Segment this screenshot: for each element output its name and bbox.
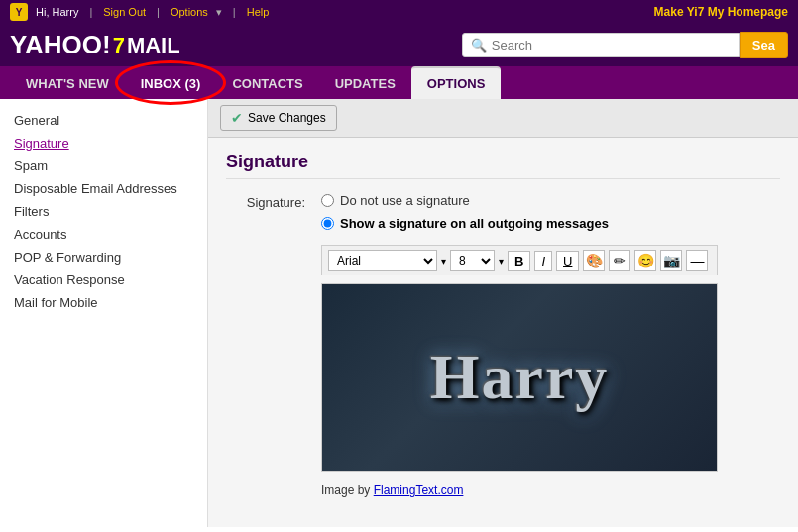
- search-bar: 🔍 Sea: [462, 32, 788, 58]
- section-title: Signature: [226, 152, 780, 179]
- content-body: Signature Signature: Do not use a signat…: [208, 138, 798, 519]
- nav-tabs: WHAT'S NEW INBOX (3) CONTACTS UPDATES OP…: [0, 66, 798, 99]
- search-input[interactable]: [492, 38, 720, 53]
- content-area: ✔ Save Changes Signature Signature: Do n…: [208, 99, 798, 527]
- sidebar-item-general[interactable]: General: [0, 109, 207, 132]
- help-link[interactable]: Help: [247, 6, 270, 18]
- size-dropdown-icon: ▾: [499, 256, 504, 266]
- harry-text: Harry: [430, 341, 610, 414]
- italic-button[interactable]: I: [534, 251, 552, 271]
- sidebar-item-filters[interactable]: Filters: [0, 200, 207, 223]
- separator1: |: [89, 6, 92, 18]
- signout-link[interactable]: Sign Out: [103, 6, 146, 18]
- editor-toolbar: Arial ▾ 8 ▾ B I U 🎨 ✏ 😊 📷: [321, 245, 718, 275]
- make-homepage[interactable]: Make Yi7 My Homepage: [654, 5, 788, 19]
- bold-button[interactable]: B: [508, 251, 530, 271]
- tab-contacts[interactable]: CONTACTS: [216, 68, 318, 99]
- tab-updates[interactable]: UPDATES: [319, 68, 411, 99]
- sidebar-item-spam[interactable]: Spam: [0, 155, 207, 177]
- options-link[interactable]: Options: [171, 6, 208, 18]
- greeting: Hi, Harry: [36, 6, 78, 18]
- options-chevron: ▾: [216, 6, 222, 19]
- top-bar: Y Hi, Harry | Sign Out | Options ▾ | Hel…: [0, 0, 798, 24]
- save-changes-button[interactable]: ✔ Save Changes: [220, 105, 337, 131]
- lightning-icon: 7: [113, 33, 125, 58]
- separator2: |: [157, 6, 160, 18]
- sidebar-item-mobile[interactable]: Mail for Mobile: [0, 291, 207, 314]
- sig-show-label: Show a signature on all outgoing message…: [340, 216, 609, 231]
- harry-image: Harry: [322, 284, 717, 471]
- inbox-label: INBOX (3): [141, 76, 201, 91]
- save-label: Save Changes: [248, 111, 326, 125]
- hr-icon[interactable]: —: [686, 250, 708, 271]
- flaming-text-link[interactable]: FlamingText.com: [374, 483, 464, 497]
- sig-option-show[interactable]: Show a signature on all outgoing message…: [321, 216, 718, 231]
- sidebar-item-pop[interactable]: POP & Forwarding: [0, 246, 207, 268]
- header: YAHOO! 7 MAIL 🔍 Sea: [0, 24, 798, 66]
- sig-radio-show[interactable]: [321, 217, 334, 230]
- signature-row: Signature: Do not use a signature Show a…: [226, 193, 780, 497]
- yahoo-small-icon: Y: [10, 3, 28, 21]
- sidebar-item-disposable[interactable]: Disposable Email Addresses: [0, 177, 207, 200]
- toolbar: ✔ Save Changes: [208, 99, 798, 138]
- mail-text: MAIL: [127, 33, 180, 58]
- color-icon[interactable]: 🎨: [583, 250, 605, 271]
- font-select[interactable]: Arial: [328, 250, 437, 271]
- editor-area[interactable]: Harry: [321, 283, 718, 472]
- yahoo-mail-logo: YAHOO! 7 MAIL: [10, 30, 180, 60]
- signature-options: Do not use a signature Show a signature …: [321, 193, 718, 497]
- sidebar-item-accounts[interactable]: Accounts: [0, 223, 207, 246]
- sidebar-item-vacation[interactable]: Vacation Response: [0, 268, 207, 291]
- signature-label: Signature:: [226, 193, 305, 210]
- emoji-icon[interactable]: 😊: [634, 250, 656, 271]
- size-select[interactable]: 8: [450, 250, 495, 271]
- caption-text: Image by: [321, 483, 374, 497]
- sig-option-none[interactable]: Do not use a signature: [321, 193, 718, 208]
- search-button[interactable]: Sea: [740, 32, 788, 58]
- save-icon: ✔: [231, 110, 243, 126]
- tab-options[interactable]: OPTIONS: [411, 66, 502, 99]
- image-icon[interactable]: 📷: [660, 250, 682, 271]
- yahoo-text: YAHOO!: [10, 30, 111, 60]
- sidebar-item-signature[interactable]: Signature: [0, 132, 207, 155]
- sig-radio-none[interactable]: [321, 194, 334, 207]
- sidebar: General Signature Spam Disposable Email …: [0, 99, 208, 527]
- tab-inbox[interactable]: INBOX (3): [125, 68, 217, 99]
- search-input-wrapper: 🔍: [462, 33, 740, 57]
- sig-none-label: Do not use a signature: [340, 193, 470, 208]
- search-icon: 🔍: [471, 38, 487, 53]
- pen-icon[interactable]: ✏: [609, 250, 630, 271]
- font-dropdown-icon: ▾: [441, 256, 446, 266]
- image-caption: Image by FlamingText.com: [321, 483, 718, 497]
- tab-whats-new[interactable]: WHAT'S NEW: [10, 68, 125, 99]
- main-container: General Signature Spam Disposable Email …: [0, 99, 798, 527]
- underline-button[interactable]: U: [556, 251, 579, 271]
- separator3: |: [233, 6, 236, 18]
